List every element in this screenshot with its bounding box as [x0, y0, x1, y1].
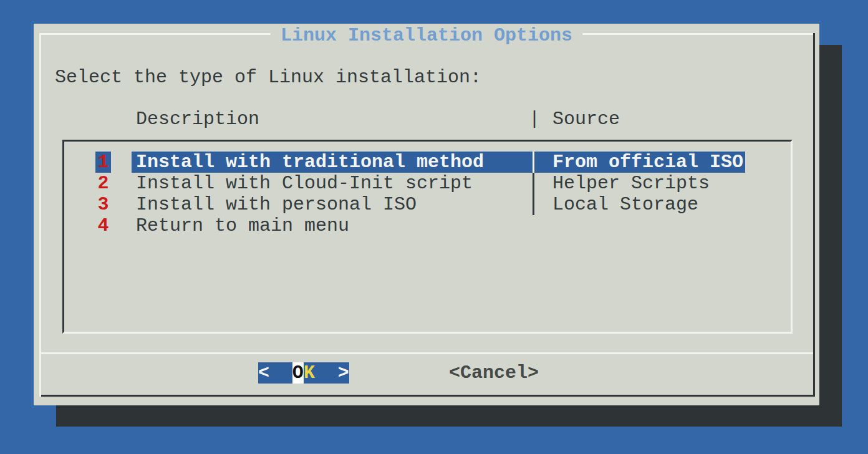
menu-item-tag: 4 — [95, 215, 111, 236]
button-row-separator — [41, 352, 813, 354]
menu-item-source: Helper Scripts — [552, 173, 710, 194]
menu-item-description: Return to main menu — [136, 215, 349, 236]
terminal-screen: Linux Installation Options Select the ty… — [0, 0, 868, 454]
column-separator-line — [533, 173, 534, 215]
menu-item-cloud-init[interactable]: 2 Install with Cloud-Init script Helper … — [34, 173, 819, 194]
column-header-separator: | — [529, 109, 536, 130]
menu-item-description: Install with Cloud-Init script — [136, 173, 473, 194]
menu-item-description: Install with traditional method — [136, 152, 484, 173]
menu-item-tag: 1 — [95, 152, 111, 173]
column-header-source: Source — [552, 109, 620, 130]
ok-button-cursor-char: O — [292, 362, 304, 384]
ok-button-open-bracket: < — [258, 362, 269, 384]
installation-options-dialog: Linux Installation Options Select the ty… — [34, 24, 819, 405]
menu-item-traditional[interactable]: 1 Install with traditional method From o… — [34, 152, 819, 173]
ok-button-hotkey-char: K — [304, 362, 315, 384]
dialog-border-bottom — [41, 395, 815, 397]
menu-item-personal-iso[interactable]: 3 Install with personal ISO Local Storag… — [34, 194, 819, 215]
button-row: < O K > <Cancel> — [34, 362, 819, 384]
menu-item-tag: 3 — [95, 194, 111, 215]
ok-button[interactable]: < O K > — [258, 362, 349, 384]
menu-item-tag: 2 — [95, 173, 111, 194]
column-header-description: Description — [136, 109, 259, 130]
dialog-title: Linux Installation Options — [271, 25, 582, 46]
menu-item-description: Install with personal ISO — [136, 194, 417, 215]
menu-item-source: From official ISO — [552, 152, 743, 173]
menu-item-return-main-menu[interactable]: 4 Return to main menu — [34, 215, 819, 236]
dialog-prompt: Select the type of Linux installation: — [55, 67, 481, 88]
ok-button-close-bracket: > — [338, 362, 349, 384]
column-separator-line-selected — [533, 152, 534, 173]
cancel-button[interactable]: <Cancel> — [449, 362, 539, 384]
menu-item-source: Local Storage — [552, 194, 698, 215]
